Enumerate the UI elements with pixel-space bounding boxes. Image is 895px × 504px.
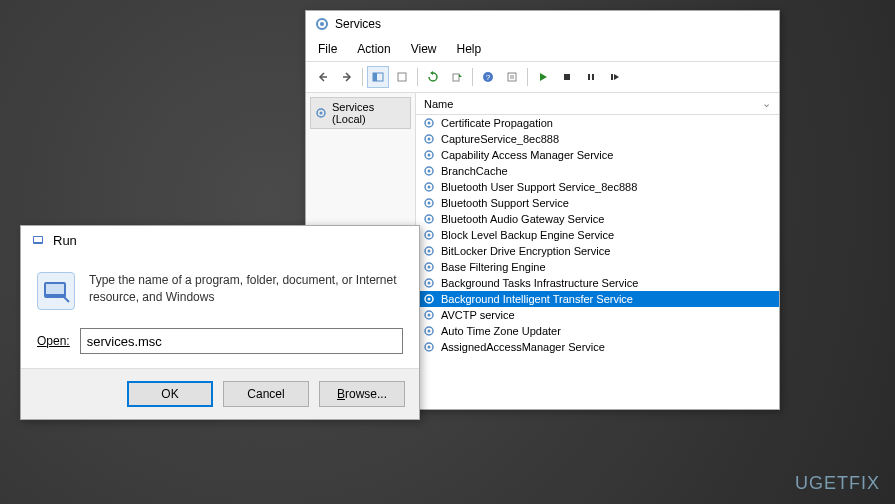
- menu-help[interactable]: Help: [449, 39, 490, 59]
- play-icon[interactable]: [532, 66, 554, 88]
- restart-icon[interactable]: [604, 66, 626, 88]
- list-item[interactable]: Bluetooth Audio Gateway Service: [416, 211, 779, 227]
- svg-rect-14: [611, 74, 613, 80]
- svg-text:?: ?: [486, 73, 491, 82]
- service-list[interactable]: Name ⌄ Certificate PropagationCaptureSer…: [416, 93, 779, 409]
- open-label: Open:: [37, 334, 70, 348]
- list-item[interactable]: Auto Time Zone Updater: [416, 323, 779, 339]
- gear-icon: [422, 132, 436, 146]
- services-title-bar: Services: [306, 11, 779, 37]
- list-item[interactable]: BranchCache: [416, 163, 779, 179]
- column-header[interactable]: Name ⌄: [416, 93, 779, 115]
- tree-label: Services (Local): [332, 101, 407, 125]
- properties2-icon[interactable]: [501, 66, 523, 88]
- service-name: Auto Time Zone Updater: [441, 325, 561, 337]
- list-item[interactable]: Bluetooth Support Service: [416, 195, 779, 211]
- service-name: Background Intelligent Transfer Service: [441, 293, 633, 305]
- svg-rect-50: [46, 284, 64, 294]
- svg-point-26: [428, 186, 431, 189]
- gear-icon: [422, 196, 436, 210]
- show-hide-icon[interactable]: [367, 66, 389, 88]
- gear-icon: [314, 16, 330, 32]
- list-item[interactable]: CaptureService_8ec888: [416, 131, 779, 147]
- svg-point-22: [428, 154, 431, 157]
- back-icon[interactable]: [312, 66, 334, 88]
- svg-point-18: [428, 122, 431, 125]
- help-icon[interactable]: ?: [477, 66, 499, 88]
- gear-icon: [422, 228, 436, 242]
- export-icon[interactable]: [446, 66, 468, 88]
- svg-point-24: [428, 170, 431, 173]
- sort-indicator-icon: ⌄: [762, 97, 771, 110]
- gear-icon: [422, 148, 436, 162]
- svg-rect-48: [34, 237, 42, 242]
- stop-icon[interactable]: [556, 66, 578, 88]
- service-name: Bluetooth User Support Service_8ec888: [441, 181, 637, 193]
- list-item[interactable]: Background Intelligent Transfer Service: [416, 291, 779, 307]
- run-dialog: Run Type the name of a program, folder, …: [20, 225, 420, 420]
- svg-rect-5: [453, 74, 459, 81]
- service-name: Bluetooth Audio Gateway Service: [441, 213, 604, 225]
- gear-icon: [422, 276, 436, 290]
- gear-icon: [422, 116, 436, 130]
- open-input[interactable]: [80, 328, 403, 354]
- svg-point-28: [428, 202, 431, 205]
- toolbar: ?: [306, 62, 779, 93]
- gear-icon: [422, 164, 436, 178]
- ok-button[interactable]: OK: [127, 381, 213, 407]
- service-name: Background Tasks Infrastructure Service: [441, 277, 638, 289]
- run-description: Type the name of a program, folder, docu…: [89, 272, 403, 310]
- service-name: Bluetooth Support Service: [441, 197, 569, 209]
- svg-rect-12: [588, 74, 590, 80]
- gear-icon: [422, 244, 436, 258]
- gear-icon: [422, 292, 436, 306]
- svg-point-46: [428, 346, 431, 349]
- list-item[interactable]: Block Level Backup Engine Service: [416, 227, 779, 243]
- properties-icon[interactable]: [391, 66, 413, 88]
- list-item[interactable]: Bluetooth User Support Service_8ec888: [416, 179, 779, 195]
- svg-rect-8: [508, 73, 516, 81]
- list-item[interactable]: Certificate Propagation: [416, 115, 779, 131]
- service-name: Certificate Propagation: [441, 117, 553, 129]
- svg-point-44: [428, 330, 431, 333]
- button-row: OK Cancel Browse...: [21, 368, 419, 419]
- pause-icon[interactable]: [580, 66, 602, 88]
- svg-point-36: [428, 266, 431, 269]
- browse-button[interactable]: Browse...: [319, 381, 405, 407]
- cancel-button[interactable]: Cancel: [223, 381, 309, 407]
- svg-rect-3: [373, 73, 377, 81]
- svg-point-30: [428, 218, 431, 221]
- watermark: UGETFIX: [795, 473, 880, 494]
- gear-icon: [422, 260, 436, 274]
- service-name: Capability Access Manager Service: [441, 149, 613, 161]
- list-item[interactable]: AssignedAccessManager Service: [416, 339, 779, 355]
- menu-file[interactable]: File: [310, 39, 345, 59]
- service-name: AssignedAccessManager Service: [441, 341, 605, 353]
- svg-rect-13: [592, 74, 594, 80]
- svg-point-16: [320, 112, 323, 115]
- service-name: CaptureService_8ec888: [441, 133, 559, 145]
- run-title-bar: Run: [21, 226, 419, 254]
- forward-icon[interactable]: [336, 66, 358, 88]
- list-item[interactable]: Base Filtering Engine: [416, 259, 779, 275]
- gear-icon: [422, 212, 436, 226]
- gear-icon: [422, 180, 436, 194]
- services-title: Services: [335, 17, 381, 31]
- tree-services-local[interactable]: Services (Local): [310, 97, 411, 129]
- run-title: Run: [53, 233, 77, 248]
- run-program-icon: [37, 272, 75, 310]
- svg-point-42: [428, 314, 431, 317]
- list-item[interactable]: Capability Access Manager Service: [416, 147, 779, 163]
- menu-action[interactable]: Action: [349, 39, 398, 59]
- list-item[interactable]: Background Tasks Infrastructure Service: [416, 275, 779, 291]
- svg-point-38: [428, 282, 431, 285]
- list-item[interactable]: AVCTP service: [416, 307, 779, 323]
- list-item[interactable]: BitLocker Drive Encryption Service: [416, 243, 779, 259]
- service-name: BitLocker Drive Encryption Service: [441, 245, 610, 257]
- menu-bar: File Action View Help: [306, 37, 779, 62]
- svg-rect-11: [564, 74, 570, 80]
- service-name: Block Level Backup Engine Service: [441, 229, 614, 241]
- menu-view[interactable]: View: [403, 39, 445, 59]
- refresh-icon[interactable]: [422, 66, 444, 88]
- svg-point-40: [428, 298, 431, 301]
